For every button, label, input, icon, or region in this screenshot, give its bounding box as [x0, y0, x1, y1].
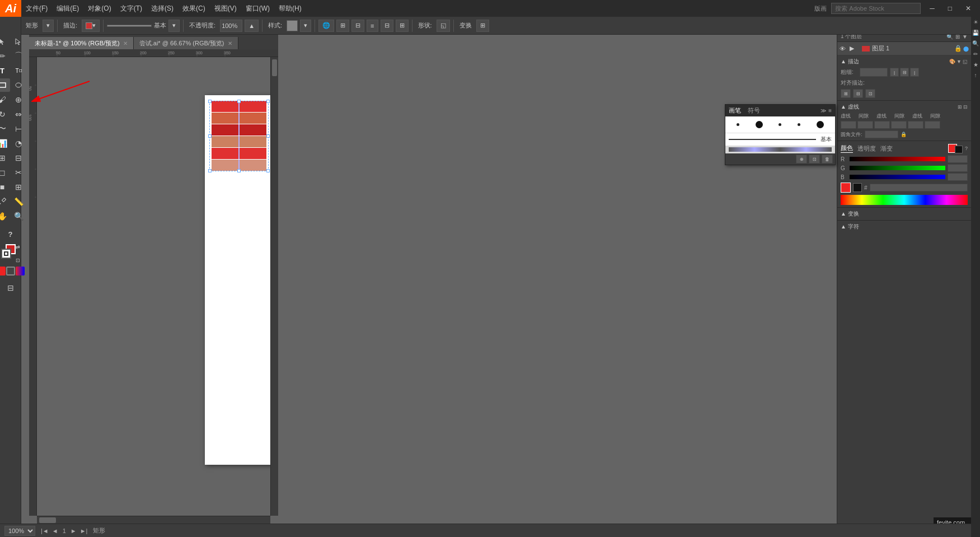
hex-input[interactable]: [870, 184, 968, 192]
none-btn[interactable]: [6, 267, 15, 275]
minimize-button[interactable]: ─: [925, 4, 939, 12]
pen-tool[interactable]: ✏: [0, 49, 10, 63]
align-btn1[interactable]: ⊞: [336, 20, 349, 32]
menu-effect[interactable]: 效果(C): [178, 0, 210, 17]
stroke-color-button[interactable]: ▾: [82, 20, 100, 32]
align-center-btn[interactable]: ⊟: [900, 68, 909, 77]
menu-help[interactable]: 帮助(H): [274, 0, 306, 17]
strip-icon-sun[interactable]: ☀: [973, 19, 978, 25]
layer-lock-icon[interactable]: 🔒: [954, 45, 962, 52]
close-button[interactable]: ✕: [961, 4, 976, 12]
brush-btn-1[interactable]: ⊕: [796, 155, 807, 164]
brush-btn-2[interactable]: ⊡: [809, 155, 820, 164]
hand-tool[interactable]: ✋: [0, 209, 10, 223]
menu-file[interactable]: 文件(F): [21, 0, 52, 17]
pie-chart-tool[interactable]: ◔: [11, 137, 26, 150]
b-value-input[interactable]: [948, 173, 968, 181]
globe-icon-btn[interactable]: 🌐: [318, 20, 334, 32]
horizontal-scrollbar[interactable]: [37, 516, 270, 524]
style-swatch[interactable]: [287, 20, 298, 31]
stroke-color-btn[interactable]: 🎨: [949, 59, 955, 64]
stroke-type-dropdown[interactable]: ▾: [168, 20, 180, 32]
next-page-btn[interactable]: ►: [69, 527, 78, 534]
brush-dot-1[interactable]: [737, 123, 739, 126]
help-button[interactable]: ?: [3, 227, 18, 241]
color-spectrum[interactable]: [841, 195, 968, 205]
screen-mode-btn[interactable]: ⊟: [3, 281, 18, 295]
zoom-tool[interactable]: 🔍: [11, 209, 26, 223]
stroke-shape-btn[interactable]: ◱: [963, 59, 968, 64]
dash-input-1[interactable]: [841, 121, 856, 129]
search-input[interactable]: [831, 3, 921, 14]
mesh-tool[interactable]: ⊞: [11, 180, 26, 194]
menu-object[interactable]: 对象(O): [83, 0, 115, 17]
vertical-scrollbar[interactable]: [270, 57, 278, 516]
stroke-action-2[interactable]: ⊟: [853, 89, 863, 98]
fill-color-btn[interactable]: [0, 267, 6, 275]
opacity-up[interactable]: ▲: [245, 20, 259, 32]
dash-input-2[interactable]: [857, 121, 873, 129]
shape-options-button[interactable]: ▾: [43, 20, 54, 32]
brush-btn-3[interactable]: 🗑: [822, 155, 833, 164]
last-page-btn[interactable]: ►|: [79, 527, 89, 534]
tab-untitled-close[interactable]: ✕: [123, 40, 128, 46]
layer-visibility-btn[interactable]: 👁: [840, 45, 848, 52]
type-tool[interactable]: T: [0, 64, 10, 77]
menu-select[interactable]: 选择(S): [147, 0, 178, 17]
strip-icon-search[interactable]: 🔍: [972, 40, 979, 46]
stroke-tabs-btn[interactable]: ▼: [956, 59, 962, 64]
hex-fg-swatch[interactable]: [841, 183, 851, 193]
distribute-btn2[interactable]: ⊟: [381, 20, 393, 32]
slice-tool[interactable]: ⊟: [11, 151, 26, 165]
gradient-btn[interactable]: [16, 267, 25, 275]
measure-tool[interactable]: 📏: [11, 195, 26, 208]
ellipse-tool[interactable]: [11, 78, 26, 92]
menu-view[interactable]: 视图(V): [210, 0, 241, 17]
color-tab-gradient[interactable]: 渐变: [880, 144, 893, 153]
hex-bg-swatch[interactable]: [853, 183, 862, 192]
align-btn2[interactable]: ⊟: [351, 20, 364, 32]
layer-row-1[interactable]: 👁 ▶ 图层 1 🔒 ⬤: [837, 42, 971, 55]
rotate-tool[interactable]: ↻: [0, 108, 10, 121]
touch-type-tool[interactable]: T⌑: [11, 64, 26, 77]
stroke-action-1[interactable]: ⊞: [841, 89, 851, 98]
brush-tab-brush[interactable]: 画笔: [729, 106, 741, 115]
align-outside-btn[interactable]: |: [910, 68, 919, 77]
expand-btn[interactable]: ⊞: [476, 20, 489, 32]
first-page-btn[interactable]: |◄: [40, 527, 50, 534]
eraser-tool[interactable]: ◻: [0, 166, 10, 179]
dash-input-6[interactable]: [925, 121, 940, 129]
scissors-tool[interactable]: ✂: [11, 166, 26, 179]
curvature-tool[interactable]: ⌒: [11, 49, 26, 63]
strip-icon-edit[interactable]: ✏: [973, 51, 978, 57]
strip-icon-save[interactable]: 💾: [972, 30, 979, 36]
dash-collapse-icon[interactable]: ⊟: [963, 104, 968, 110]
stroke-swatch[interactable]: [1, 249, 11, 259]
dash-input-3[interactable]: [874, 121, 890, 129]
g-value-input[interactable]: [948, 164, 968, 172]
tab-untitled[interactable]: 未标题-1* @ 100% (RGB/预览) ✕: [29, 37, 134, 49]
selection-tool[interactable]: [0, 35, 10, 48]
default-colors-icon[interactable]: ⊡: [16, 258, 20, 263]
direct-selection-tool[interactable]: [11, 35, 26, 48]
tab-test-close[interactable]: ✕: [228, 40, 232, 46]
brush-dot-5[interactable]: [817, 121, 824, 128]
bg-color-swatch-small[interactable]: [955, 146, 963, 153]
h-scroll-thumb[interactable]: [39, 517, 56, 523]
color-tab-color[interactable]: 颜色: [841, 144, 853, 153]
dash-expand-icon[interactable]: ⊞: [958, 104, 962, 110]
layer-target[interactable]: ⬤: [963, 46, 969, 52]
menu-window[interactable]: 窗口(W): [241, 0, 274, 17]
opacity-input[interactable]: [220, 20, 242, 32]
layer-expand-arrow[interactable]: ▶: [850, 45, 859, 52]
r-value-input[interactable]: [948, 155, 968, 163]
style-dropdown[interactable]: ▾: [300, 20, 311, 32]
artboard-tool[interactable]: ⊞: [0, 151, 10, 165]
dash-input-5[interactable]: [908, 121, 923, 129]
offset-input[interactable]: [865, 130, 898, 138]
restore-button[interactable]: □: [944, 4, 956, 12]
rectangle-tool[interactable]: [0, 78, 10, 92]
stroke-weight-input[interactable]: [860, 68, 888, 77]
prev-page-btn[interactable]: ◄: [51, 527, 59, 534]
blob-brush-tool[interactable]: ⊕: [11, 93, 26, 106]
